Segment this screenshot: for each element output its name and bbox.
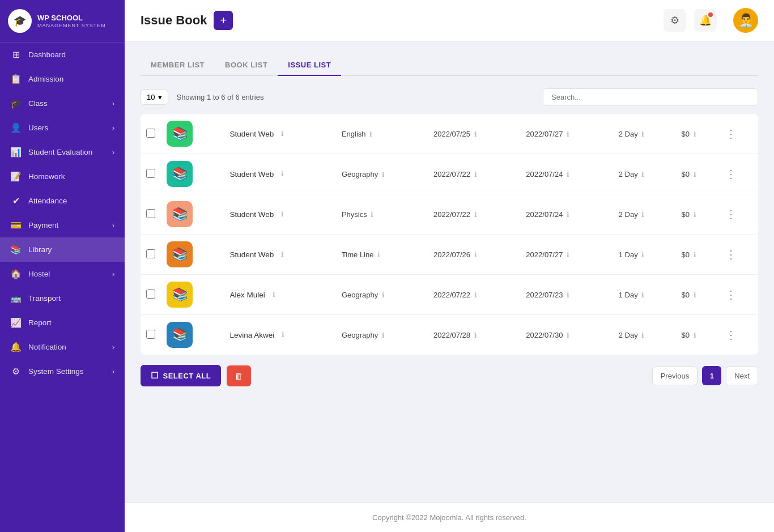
row-duration: 1 Day ℹ: [613, 275, 676, 315]
member-info-icon[interactable]: ℹ: [282, 331, 284, 339]
logo-text-block: WP SCHOOL MANAGEMENT SYSTEM: [37, 14, 106, 29]
sidebar-nav: ⊞ Dashboard 📋 Admission 🎓 Class › 👤 User…: [0, 42, 125, 384]
page-number[interactable]: 1: [702, 366, 721, 385]
per-page-value: 10: [147, 93, 155, 101]
return-date-info-icon[interactable]: ℹ: [567, 171, 569, 178]
member-info-icon[interactable]: ℹ: [281, 250, 284, 258]
fine-info-icon[interactable]: ℹ: [694, 211, 696, 219]
duration-info-icon[interactable]: ℹ: [641, 331, 644, 339]
fine-info-icon[interactable]: ℹ: [694, 251, 696, 259]
sidebar-item-library[interactable]: 📚 Library: [0, 237, 125, 262]
row-checkbox[interactable]: [146, 209, 155, 218]
member-info-icon[interactable]: ℹ: [273, 291, 275, 299]
payment-icon: 💳: [10, 220, 22, 231]
book-info-icon[interactable]: ℹ: [377, 251, 380, 259]
issue-date-info-icon[interactable]: ℹ: [474, 211, 477, 219]
duration-info-icon[interactable]: ℹ: [641, 251, 644, 259]
sidebar-item-class[interactable]: 🎓 Class ›: [0, 91, 125, 116]
tab-member-list[interactable]: MEMBER LIST: [141, 55, 215, 76]
duration-info-icon[interactable]: ℹ: [641, 291, 644, 299]
main-area: Issue Book + ⚙ 🔔 👨‍💼 MEMBER LISTBOOK LIS…: [125, 0, 774, 532]
pagination: Previous 1 Next: [652, 366, 758, 385]
more-options-button[interactable]: ⋮: [725, 328, 737, 342]
more-options-button[interactable]: ⋮: [725, 167, 737, 181]
library-icon: 📚: [10, 244, 22, 255]
duration-info-icon[interactable]: ℹ: [641, 211, 644, 219]
sidebar-item-dashboard[interactable]: ⊞ Dashboard: [0, 42, 125, 67]
settings-button[interactable]: ⚙: [664, 9, 686, 32]
duration-info-icon[interactable]: ℹ: [641, 130, 644, 138]
row-icon-cell: 📚: [161, 194, 224, 235]
member-info-icon[interactable]: ℹ: [281, 210, 284, 218]
row-checkbox[interactable]: [146, 330, 155, 339]
select-all-button[interactable]: ☐ SELECT ALL: [141, 365, 221, 386]
sidebar-item-hostel[interactable]: 🏠 Hostel ›: [0, 262, 125, 286]
more-options-button[interactable]: ⋮: [725, 248, 737, 261]
row-issue-date: 2022/07/25 ℹ: [428, 114, 520, 154]
sidebar-item-payment[interactable]: 💳 Payment ›: [0, 213, 125, 237]
issue-date-info-icon[interactable]: ℹ: [474, 331, 477, 339]
search-input[interactable]: [543, 88, 758, 106]
row-checkbox[interactable]: [146, 169, 155, 178]
return-date-info-icon[interactable]: ℹ: [567, 251, 569, 259]
return-date-info-icon[interactable]: ℹ: [567, 211, 569, 219]
sidebar-item-report[interactable]: 📈 Report: [0, 310, 125, 335]
book-icon-wrap: 📚: [167, 282, 193, 308]
notification-button[interactable]: 🔔: [694, 9, 717, 32]
row-checkbox[interactable]: [146, 249, 155, 258]
book-name: English: [342, 130, 366, 138]
row-checkbox[interactable]: [146, 129, 155, 138]
member-info-icon[interactable]: ℹ: [281, 130, 284, 138]
fine-info-icon[interactable]: ℹ: [694, 171, 696, 178]
book-name: Time Line: [342, 250, 374, 259]
issue-date-info-icon[interactable]: ℹ: [474, 251, 477, 259]
more-options-button[interactable]: ⋮: [725, 288, 737, 301]
return-date-info-icon[interactable]: ℹ: [567, 331, 569, 339]
sidebar-item-system-settings[interactable]: ⚙ System Settings ›: [0, 359, 125, 384]
sidebar-item-notification[interactable]: 🔔 Notification ›: [0, 335, 125, 359]
return-date-info-icon[interactable]: ℹ: [567, 291, 569, 299]
issue-date-info-icon[interactable]: ℹ: [474, 171, 477, 178]
avatar[interactable]: 👨‍💼: [733, 8, 758, 33]
sidebar-item-admission[interactable]: 📋 Admission: [0, 67, 125, 91]
sidebar-label-dashboard: Dashboard: [28, 50, 66, 59]
row-return-date: 2022/07/27 ℹ: [520, 114, 613, 154]
more-options-button[interactable]: ⋮: [725, 127, 737, 141]
issue-date-info-icon[interactable]: ℹ: [474, 130, 477, 138]
fine-info-icon[interactable]: ℹ: [694, 331, 696, 339]
book-info-icon[interactable]: ℹ: [371, 211, 373, 219]
per-page-select[interactable]: 10 ▾: [141, 90, 168, 105]
next-button[interactable]: Next: [726, 367, 758, 385]
system-settings-icon: ⚙: [10, 366, 22, 377]
more-options-button[interactable]: ⋮: [725, 207, 737, 221]
add-button[interactable]: +: [214, 11, 233, 30]
row-fine: $0 ℹ: [676, 194, 720, 235]
arrow-icon: ›: [112, 368, 114, 376]
member-info-icon[interactable]: ℹ: [281, 170, 284, 178]
row-book-cell: Physics ℹ: [336, 194, 428, 235]
book-info-icon[interactable]: ℹ: [382, 331, 385, 339]
issue-date-info-icon[interactable]: ℹ: [474, 291, 477, 299]
sidebar-item-transport[interactable]: 🚌 Transport: [0, 286, 125, 310]
sidebar-item-student-evaluation[interactable]: 📊 Student Evaluation ›: [0, 140, 125, 164]
row-checkbox[interactable]: [146, 290, 155, 299]
tab-issue-list[interactable]: ISSUE LIST: [278, 55, 341, 76]
book-info-icon[interactable]: ℹ: [382, 171, 385, 178]
book-info-icon[interactable]: ℹ: [382, 291, 385, 299]
book-info-icon[interactable]: ℹ: [369, 130, 372, 138]
row-member-cell: Student Web ℹ: [224, 114, 336, 154]
tabs: MEMBER LISTBOOK LISTISSUE LIST: [141, 55, 758, 76]
fine-info-icon[interactable]: ℹ: [694, 291, 696, 299]
delete-button[interactable]: 🗑: [227, 365, 251, 386]
previous-button[interactable]: Previous: [652, 367, 698, 385]
return-date-info-icon[interactable]: ℹ: [567, 130, 569, 138]
sidebar-item-attendance[interactable]: ✔ Attendance: [0, 189, 125, 213]
report-icon: 📈: [10, 317, 22, 328]
fine-info-icon[interactable]: ℹ: [694, 130, 696, 138]
duration-info-icon[interactable]: ℹ: [641, 171, 644, 178]
book-icon: 📚: [172, 287, 188, 302]
tab-book-list[interactable]: BOOK LIST: [215, 55, 278, 76]
sidebar-item-users[interactable]: 👤 Users ›: [0, 116, 125, 140]
table-row: 📚 Levina Akwei ℹ Geography ℹ 2022/07/28 …: [141, 315, 758, 355]
sidebar-item-homework[interactable]: 📝 Homework: [0, 164, 125, 189]
